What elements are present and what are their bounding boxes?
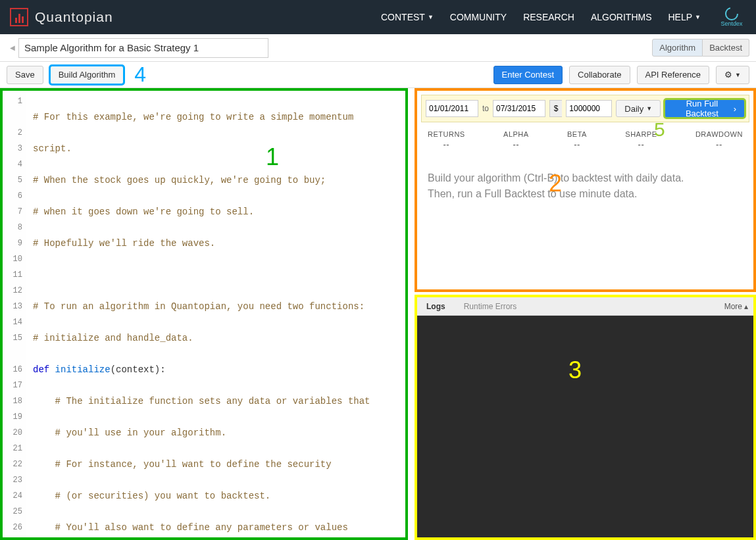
- sentdex-watermark: Sentdex: [717, 4, 746, 30]
- to-label: to: [482, 104, 489, 113]
- tab-runtime-errors[interactable]: Runtime Errors: [455, 297, 526, 315]
- backtest-hint: Build your algorithm (Ctrl-B) to backtes…: [421, 157, 749, 215]
- nav-help[interactable]: HELP▼: [668, 12, 701, 22]
- logs-more-button[interactable]: More▴: [719, 302, 753, 311]
- start-date-input[interactable]: [426, 100, 478, 117]
- top-nav: Quantopian CONTEST▼ COMMUNITY RESEARCH A…: [0, 0, 756, 34]
- prev-algo-icon[interactable]: ◀: [7, 44, 18, 51]
- enter-contest-button[interactable]: Enter Contest: [493, 66, 563, 84]
- nav-community[interactable]: COMMUNITY: [450, 12, 507, 22]
- logs-body[interactable]: [417, 316, 753, 537]
- run-full-backtest-button[interactable]: Run Full Backtest ›: [665, 99, 745, 118]
- logs-panel: 3 Logs Runtime Errors More▴: [415, 295, 756, 540]
- tab-logs[interactable]: Logs: [417, 297, 455, 315]
- metrics-row: RETURNS-- ALPHA-- BETA-- SHARPE-- DRAWDO…: [421, 122, 749, 157]
- tab-backtest[interactable]: Backtest: [703, 39, 749, 57]
- gear-icon: ⚙: [724, 70, 732, 80]
- metric-returns: RETURNS--: [428, 130, 465, 149]
- logo-icon: [10, 8, 28, 26]
- action-toolbar: Save Build Algorithm 4 Enter Contest Col…: [0, 62, 756, 88]
- metric-sharpe: SHARPE--: [625, 130, 657, 149]
- metric-alpha: ALPHA--: [503, 130, 529, 149]
- caret-down-icon: ▼: [695, 14, 701, 20]
- collaborate-button[interactable]: Collaborate: [569, 66, 630, 84]
- caret-down-icon: ▼: [428, 14, 434, 20]
- tab-algorithm[interactable]: Algorithm: [652, 39, 703, 57]
- backtest-controls: to $ Daily ▼ Run Full Backtest ›: [421, 95, 749, 122]
- chevron-up-icon: ▴: [744, 302, 748, 311]
- capital-input[interactable]: [566, 100, 612, 117]
- currency-prefix: $: [549, 100, 562, 117]
- title-bar: ◀ Algorithm Backtest: [0, 34, 756, 62]
- algo-title-input[interactable]: [18, 38, 268, 58]
- chevron-right-icon: ›: [734, 104, 736, 114]
- nav-algorithms[interactable]: ALGORITHMS: [591, 12, 652, 22]
- nav-research[interactable]: RESEARCH: [523, 12, 574, 22]
- frequency-select[interactable]: Daily ▼: [616, 100, 661, 117]
- metric-beta: BETA--: [567, 130, 587, 149]
- save-button[interactable]: Save: [7, 66, 43, 84]
- annotation-4: 4: [134, 62, 146, 87]
- line-gutter: 1234567891011121314151617181920212223242…: [3, 91, 26, 537]
- code-content[interactable]: # For this example, we're going to write…: [26, 91, 405, 537]
- api-reference-button[interactable]: API Reference: [637, 66, 710, 84]
- logs-header: Logs Runtime Errors More▴: [417, 297, 753, 316]
- settings-button[interactable]: ⚙▼: [716, 66, 749, 84]
- caret-down-icon: ▼: [646, 105, 652, 112]
- backtest-panel: 2 5 to $ Daily ▼ Run Full Backtest › RET…: [415, 88, 756, 292]
- metric-drawdown: DRAWDOWN--: [695, 130, 743, 149]
- code-editor[interactable]: 1234567891011121314151617181920212223242…: [3, 91, 405, 537]
- caret-down-icon: ▼: [735, 72, 741, 78]
- build-algorithm-button[interactable]: Build Algorithm: [50, 66, 124, 84]
- brand-text: Quantopian: [35, 9, 113, 25]
- nav-contest[interactable]: CONTEST▼: [381, 12, 434, 22]
- svg-point-0: [726, 8, 738, 20]
- code-editor-pane: 1 12345678910111213141516171819202122232…: [0, 88, 408, 540]
- end-date-input[interactable]: [493, 100, 545, 117]
